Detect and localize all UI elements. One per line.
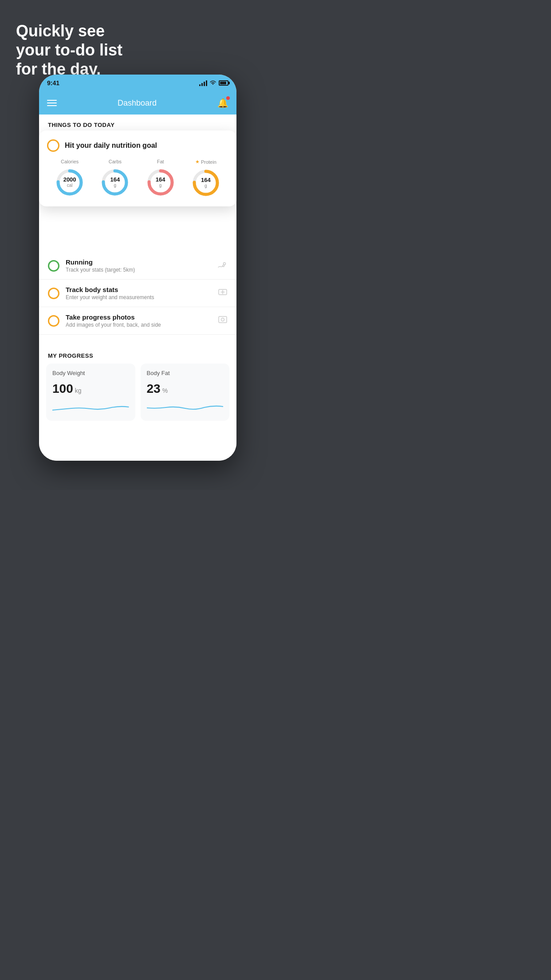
body-fat-value: 23 %	[147, 382, 224, 396]
body-fat-unit: %	[162, 387, 168, 394]
body-stats-subtitle: Enter your weight and measurements	[66, 294, 212, 300]
things-section-header: THINGS TO DO TODAY	[39, 115, 236, 132]
wifi-icon	[209, 80, 216, 87]
phone-mockup: 9:41 Dashboard	[39, 75, 236, 461]
nutrition-card-title: Hit your daily nutrition goal	[65, 142, 157, 150]
notification-dot	[226, 96, 230, 100]
body-stats-text: Track body stats Enter your weight and m…	[66, 286, 212, 300]
photos-title: Take progress photos	[66, 313, 212, 321]
body-weight-card[interactable]: Body Weight 100 kg	[46, 364, 135, 421]
body-weight-value: 100 kg	[52, 382, 129, 396]
protein-star-icon: ★	[195, 159, 200, 165]
status-time: 9:41	[47, 79, 59, 87]
bell-icon[interactable]: 🔔	[217, 98, 228, 108]
body-weight-card-title: Body Weight	[52, 370, 129, 376]
svg-point-11	[221, 318, 224, 321]
protein-label: ★ Protein	[195, 159, 216, 165]
body-fat-number: 23	[147, 382, 161, 396]
app-header: Dashboard 🔔	[39, 91, 236, 115]
headline-line1: Quickly see	[16, 21, 122, 40]
fat-value: 164 g	[156, 177, 165, 188]
svg-point-8	[224, 263, 226, 265]
body-fat-chart	[147, 401, 224, 415]
progress-cards: Body Weight 100 kg Body Fat 23	[39, 364, 236, 421]
headline-line2: your to-do list	[16, 40, 122, 59]
calories-value: 2000 cal	[63, 177, 76, 188]
hamburger-icon[interactable]	[47, 100, 57, 106]
fat-label: Fat	[157, 159, 164, 164]
body-fat-card-title: Body Fat	[147, 370, 224, 376]
running-subtitle: Track your stats (target: 5km)	[66, 267, 211, 273]
status-icons	[199, 80, 228, 87]
header-title: Dashboard	[118, 99, 157, 108]
calories-ring: 2000 cal	[54, 167, 85, 198]
running-icon	[217, 260, 228, 271]
svg-rect-10	[219, 316, 227, 323]
signal-icon	[199, 80, 207, 86]
carbs-value: 164 g	[110, 177, 120, 188]
nutrition-title-row: Hit your daily nutrition goal	[47, 139, 228, 152]
body-weight-number: 100	[52, 382, 73, 396]
battery-icon	[219, 80, 228, 86]
background-headline: Quickly see your to-do list for the day.	[16, 21, 122, 79]
calories-label: Calories	[61, 159, 79, 164]
nutrition-item-protein: ★ Protein 164 g	[190, 159, 221, 198]
todo-item-body-stats[interactable]: Track body stats Enter your weight and m…	[39, 280, 236, 307]
nutrition-checkbox[interactable]	[47, 139, 59, 152]
progress-section: MY PROGRESS Body Weight 100 kg	[39, 345, 236, 430]
protein-ring: 164 g	[190, 167, 221, 198]
content-area: THINGS TO DO TODAY Hit your daily nutrit…	[39, 115, 236, 461]
running-checkbox[interactable]	[48, 260, 59, 272]
status-bar: 9:41	[39, 75, 236, 91]
running-title: Running	[66, 258, 211, 266]
nutrition-circles: Calories 2000 cal Carbs	[47, 159, 228, 198]
photos-subtitle: Add images of your front, back, and side	[66, 322, 212, 328]
fat-ring: 164 g	[145, 167, 176, 198]
nutrition-item-fat: Fat 164 g	[145, 159, 176, 198]
body-weight-unit: kg	[75, 387, 82, 394]
nutrition-item-carbs: Carbs 164 g	[99, 159, 130, 198]
nutrition-item-calories: Calories 2000 cal	[54, 159, 85, 198]
photos-checkbox[interactable]	[48, 315, 59, 327]
carbs-ring: 164 g	[99, 167, 130, 198]
todo-item-running[interactable]: Running Track your stats (target: 5km)	[39, 252, 236, 280]
body-stats-checkbox[interactable]	[48, 288, 59, 299]
nutrition-card: Hit your daily nutrition goal Calories 2…	[39, 130, 236, 206]
protein-value: 164 g	[201, 177, 211, 188]
carbs-label: Carbs	[109, 159, 122, 164]
photos-text: Take progress photos Add images of your …	[66, 313, 212, 328]
progress-section-title: MY PROGRESS	[39, 345, 236, 364]
body-stats-icon	[218, 287, 228, 299]
photos-icon	[218, 315, 228, 327]
todo-list: Running Track your stats (target: 5km) T…	[39, 252, 236, 335]
body-fat-card[interactable]: Body Fat 23 %	[141, 364, 230, 421]
todo-item-photos[interactable]: Take progress photos Add images of your …	[39, 307, 236, 335]
running-text: Running Track your stats (target: 5km)	[66, 258, 211, 273]
body-weight-chart	[52, 401, 129, 415]
body-stats-title: Track body stats	[66, 286, 212, 293]
